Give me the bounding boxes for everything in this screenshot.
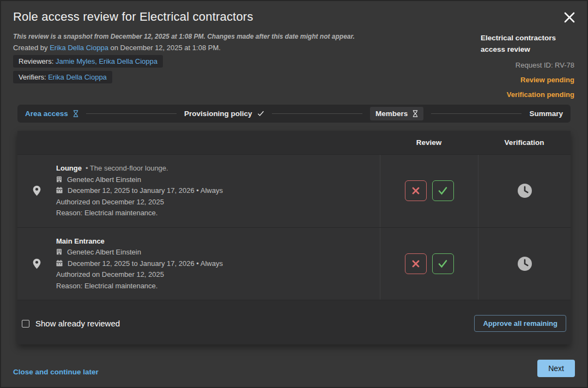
snapshot-note: This review is a snapshot from December … — [13, 33, 355, 40]
building-icon — [56, 248, 62, 255]
step-area-access[interactable]: Area access — [25, 110, 78, 118]
verifiers-chip: Verifiers: Erika Della Cioppa — [13, 71, 112, 83]
schedule-text: December 12, 2025 to January 17, 2026 • … — [68, 259, 223, 268]
calendar-icon — [56, 260, 63, 266]
created-suffix: on December 12, 2025 at 1:08 PM. — [108, 44, 221, 52]
review-name: Electrical contractors access review — [481, 32, 574, 55]
reviewers-names-link[interactable]: Jamie Myles, Erika Della Cioppa — [56, 57, 157, 65]
schedule-text: December 12, 2025 to January 17, 2026 • … — [68, 186, 223, 195]
wizard-stepper: Area access Provisioning policy Members … — [17, 105, 571, 123]
close-icon — [563, 11, 575, 23]
verifiers-label: Verifiers: — [19, 73, 48, 81]
schedule-line: December 12, 2025 to January 17, 2026 • … — [56, 185, 223, 197]
created-line: Created by Erika Della Cioppa on Decembe… — [13, 44, 221, 52]
reject-x-icon — [410, 258, 421, 269]
reviewers-label: Reviewers: — [19, 57, 56, 65]
show-reviewed-checkbox[interactable] — [22, 320, 29, 328]
reject-button[interactable] — [405, 180, 427, 201]
reviewers-chip: Reviewers: Jamie Myles, Erika Della Ciop… — [13, 55, 163, 68]
row-text: Main Entrance Genetec Albert Einstein De… — [56, 236, 223, 292]
close-button[interactable] — [561, 9, 578, 26]
reject-button[interactable] — [405, 253, 427, 274]
location-pin-icon — [17, 163, 56, 219]
check-icon — [257, 111, 264, 117]
clock-pending-icon — [517, 256, 532, 271]
created-prefix: Created by — [13, 44, 50, 52]
show-reviewed-label: Show already reviewed — [35, 319, 120, 328]
area-name-line: Lounge• The second-floor lounge. — [56, 163, 223, 174]
area-name: Main Entrance — [56, 237, 105, 245]
entity-name: Genetec Albert Einstein — [67, 175, 141, 184]
row-details-cell: Main Entrance Genetec Albert Einstein De… — [17, 228, 380, 300]
step-summary-label: Summary — [529, 110, 563, 118]
panel-footer: Show already reviewed Approve all remain… — [17, 300, 571, 343]
table-header: Review Verification — [17, 131, 571, 154]
entity-line: Genetec Albert Einstein — [56, 174, 223, 186]
hourglass-icon — [73, 110, 78, 117]
request-id: Request ID: RV-78 — [481, 61, 574, 69]
authorized-line: Authorized on December 12, 2025 — [56, 197, 223, 208]
step-connector — [431, 113, 522, 114]
step-summary[interactable]: Summary — [529, 110, 563, 118]
access-rows: Lounge• The second-floor lounge. Genetec… — [17, 154, 571, 300]
row-details-cell: Lounge• The second-floor lounge. Genetec… — [17, 155, 380, 227]
hourglass-icon — [413, 110, 418, 117]
approve-check-icon — [437, 185, 448, 196]
calendar-icon — [56, 187, 63, 193]
area-name: Lounge — [56, 164, 82, 172]
entity-line: Genetec Albert Einstein — [56, 247, 223, 258]
step-provisioning-policy[interactable]: Provisioning policy — [184, 110, 264, 118]
table-row-lounge: Lounge• The second-floor lounge. Genetec… — [17, 155, 571, 227]
step-members[interactable]: Members — [370, 107, 423, 120]
step-provisioning-policy-label: Provisioning policy — [184, 110, 252, 118]
verification-status-cell — [478, 228, 571, 300]
approve-check-icon — [437, 258, 448, 269]
verifiers-names-link[interactable]: Erika Della Cioppa — [48, 73, 107, 81]
area-access-review-panel: Review Verification Lounge• The second-f… — [17, 131, 571, 344]
review-column-header: Review — [380, 138, 478, 147]
area-name-line: Main Entrance — [56, 236, 223, 247]
step-connector — [272, 113, 362, 114]
row-text: Lounge• The second-floor lounge. Genetec… — [56, 163, 223, 219]
approve-button[interactable] — [432, 253, 454, 274]
authorized-line: Authorized on December 12, 2025 — [56, 269, 223, 281]
reason-line: Reason: Electrical maintenance. — [56, 281, 223, 292]
clock-pending-icon — [517, 183, 532, 198]
approve-all-remaining-button[interactable]: Approve all remaining — [474, 315, 566, 332]
verification-status-cell — [478, 155, 571, 227]
step-area-access-label: Area access — [25, 110, 68, 118]
reject-x-icon — [410, 185, 421, 196]
step-members-label: Members — [375, 110, 408, 118]
area-description: • The second-floor lounge. — [86, 164, 168, 172]
role-access-review-dialog: Role access review for Electrical contra… — [0, 0, 588, 388]
next-button[interactable]: Next — [537, 360, 575, 377]
review-status-badge: Review pending — [481, 76, 574, 84]
verification-column-header: Verification — [478, 138, 571, 147]
review-actions-cell — [380, 155, 478, 227]
reason-line: Reason: Electrical maintenance. — [56, 208, 223, 219]
table-row-main-entrance: Main Entrance Genetec Albert Einstein De… — [17, 227, 571, 300]
review-summary-box: Electrical contractors access review Req… — [481, 32, 574, 99]
schedule-line: December 12, 2025 to January 17, 2026 • … — [56, 258, 223, 270]
close-and-continue-later-link[interactable]: Close and continue later — [13, 368, 99, 376]
verification-status-badge: Verification pending — [481, 90, 574, 99]
page-title: Role access review for Electrical contra… — [13, 10, 253, 24]
step-connector — [86, 113, 177, 114]
building-icon — [56, 176, 62, 183]
show-reviewed-toggle[interactable]: Show already reviewed — [22, 319, 120, 328]
created-by-link[interactable]: Erika Della Cioppa — [50, 44, 108, 52]
location-pin-icon — [17, 236, 56, 292]
approve-button[interactable] — [432, 180, 454, 201]
review-actions-cell — [380, 228, 478, 300]
entity-name: Genetec Albert Einstein — [67, 248, 141, 256]
